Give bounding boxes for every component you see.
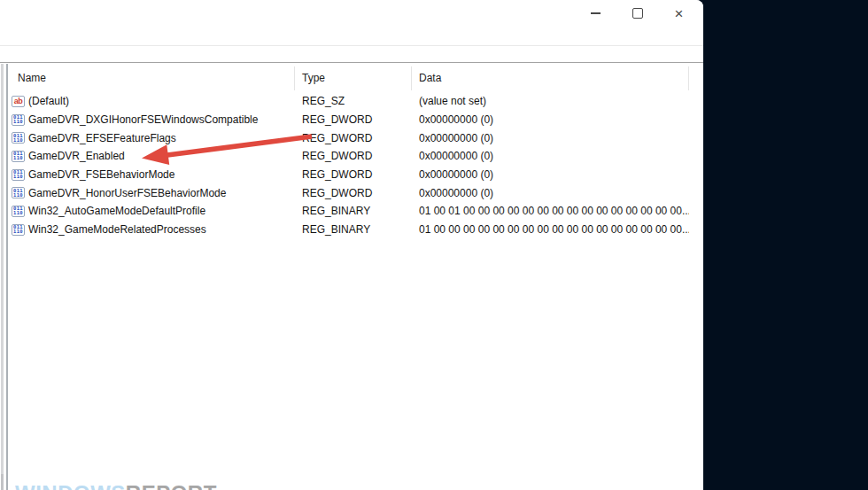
close-icon (675, 6, 684, 21)
value-name: (Default) (28, 95, 69, 107)
registry-value-row[interactable]: 011110 GameDVR_DXGIHonorFSEWindowsCompat… (9, 111, 703, 129)
value-name-cell: 011110 GameDVR_HonorUserFSEBehaviorMode (9, 187, 295, 199)
registry-editor-window: Name Type Data ab (Default) REG_SZ (valu… (0, 0, 703, 490)
registry-value-row[interactable]: 011110 GameDVR_Enabled REG_DWORD 0x00000… (9, 147, 703, 166)
value-data: 01 00 01 00 00 00 00 00 00 00 00 00 00 0… (412, 205, 689, 217)
watermark-part1: WINDOWS (15, 481, 126, 490)
value-type: REG_BINARY (295, 223, 412, 236)
list-header: Name Type Data (9, 63, 703, 92)
value-name: GameDVR_DXGIHonorFSEWindowsCompatible (28, 113, 258, 126)
value-name: GameDVR_EFSEFeatureFlags (28, 132, 176, 144)
column-header-name[interactable]: Name (9, 66, 295, 90)
maximize-icon (632, 8, 643, 19)
registry-value-row[interactable]: ab (Default) REG_SZ (value not set) (9, 92, 703, 111)
value-name: GameDVR_FSEBehaviorMode (28, 168, 174, 181)
value-data: (value not set) (412, 95, 689, 107)
minimize-icon (591, 12, 601, 14)
tree-pane-scrollbar[interactable] (1, 64, 4, 490)
value-name: GameDVR_Enabled (28, 150, 125, 162)
menubar-divider (0, 45, 703, 46)
registry-value-row[interactable]: 011110 GameDVR_HonorUserFSEBehaviorMode … (9, 183, 703, 202)
column-header-data[interactable]: Data (412, 66, 689, 90)
column-header-type[interactable]: Type (295, 66, 412, 90)
value-type: REG_DWORD (295, 187, 412, 199)
pane-divider[interactable] (6, 64, 8, 490)
watermark: WINDOWSREPORT (15, 481, 217, 490)
binary-value-icon: 011110 (12, 114, 25, 126)
list-rows: ab (Default) REG_SZ (value not set) 0111… (9, 92, 703, 239)
value-name-cell: 011110 Win32_GameModeRelatedProcesses (9, 223, 295, 236)
value-data: 0x00000000 (0) (412, 168, 689, 181)
binary-value-icon: 011110 (12, 206, 25, 217)
value-data: 0x00000000 (0) (412, 113, 689, 126)
value-type: REG_DWORD (295, 168, 412, 181)
binary-value-icon: 011110 (12, 132, 25, 144)
titlebar (0, 0, 703, 45)
registry-value-row[interactable]: 011110 GameDVR_FSEBehaviorMode REG_DWORD… (9, 166, 703, 184)
watermark-part2: REPORT (126, 481, 217, 490)
value-name-cell: 011110 GameDVR_DXGIHonorFSEWindowsCompat… (9, 113, 295, 126)
value-data: 0x00000000 (0) (412, 132, 689, 144)
registry-value-row[interactable]: 011110 Win32_AutoGameModeDefaultProfile … (9, 202, 703, 221)
binary-value-icon: 011110 (12, 169, 25, 181)
value-name: Win32_AutoGameModeDefaultProfile (28, 205, 205, 217)
minimize-button[interactable] (575, 0, 616, 27)
value-name-cell: 011110 GameDVR_FSEBehaviorMode (9, 168, 295, 181)
value-type: REG_DWORD (295, 113, 412, 126)
value-type: REG_SZ (295, 95, 412, 107)
value-data: 0x00000000 (0) (412, 150, 689, 162)
binary-value-icon: 011110 (12, 187, 25, 198)
value-name: GameDVR_HonorUserFSEBehaviorMode (28, 187, 226, 199)
value-type: REG_DWORD (295, 132, 412, 144)
value-name-cell: 011110 GameDVR_Enabled (9, 150, 295, 162)
window-controls (575, 0, 700, 27)
value-type: REG_BINARY (295, 205, 412, 217)
binary-value-icon: 011110 (12, 224, 25, 236)
value-name-cell: 011110 Win32_AutoGameModeDefaultProfile (9, 205, 295, 217)
maximize-button[interactable] (616, 0, 658, 27)
binary-value-icon: 011110 (12, 151, 25, 162)
value-name: Win32_GameModeRelatedProcesses (28, 223, 206, 236)
value-data: 01 00 00 00 00 00 00 00 00 00 00 00 00 0… (412, 223, 689, 236)
value-type: REG_DWORD (295, 150, 412, 162)
string-value-icon: ab (12, 96, 25, 107)
value-name-cell: 011110 GameDVR_EFSEFeatureFlags (9, 132, 295, 144)
registry-value-row[interactable]: 011110 Win32_GameModeRelatedProcesses RE… (9, 221, 703, 239)
value-name-cell: ab (Default) (9, 95, 295, 107)
screen: Name Type Data ab (Default) REG_SZ (valu… (0, 0, 868, 490)
value-data: 0x00000000 (0) (412, 187, 689, 199)
registry-value-row[interactable]: 011110 GameDVR_EFSEFeatureFlags REG_DWOR… (9, 128, 703, 147)
values-list: Name Type Data ab (Default) REG_SZ (valu… (9, 63, 703, 490)
close-button[interactable] (658, 0, 700, 27)
